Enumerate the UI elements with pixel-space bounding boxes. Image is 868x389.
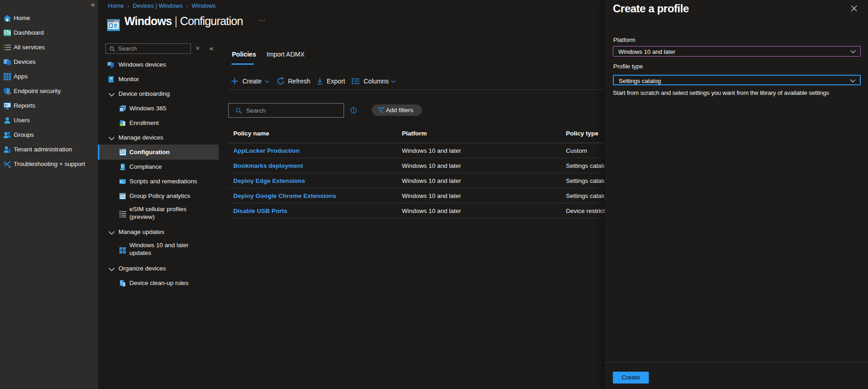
svg-text:0≡: 0≡ xyxy=(5,104,8,107)
